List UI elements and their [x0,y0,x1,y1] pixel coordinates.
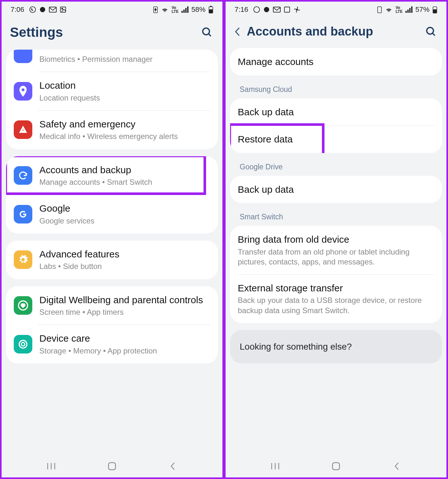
svg-rect-12 [209,10,212,13]
gallery-icon [284,6,291,13]
page-header: Accounts and backup [226,18,446,48]
svg-rect-40 [332,463,340,470]
nav-back[interactable] [163,460,182,473]
row-advanced[interactable]: Advanced features Labs • Side button [6,240,218,279]
svg-point-23 [254,7,260,12]
card-wellbeing-group: Digital Wellbeing and parental controls … [6,286,218,363]
volte-icon: VoLTE [396,6,403,13]
gallery-icon [60,6,67,13]
svg-rect-31 [409,8,411,13]
svg-rect-7 [183,10,185,13]
nav-home[interactable] [102,460,122,473]
svg-rect-34 [433,10,436,13]
gear-icon [14,250,32,269]
svg-rect-26 [284,7,290,12]
row-location[interactable]: Location Location requests [6,72,218,110]
volte-icon: VoLTE [172,6,179,13]
svg-line-14 [209,34,211,37]
section-smart-switch: Smart Switch [230,210,442,226]
phone-right: 7:16 VoLTE 57% Accounts and backup Man [224,0,448,479]
card-advanced: Advanced features Labs • Side button [6,240,218,279]
back-button[interactable] [234,26,247,37]
row-accounts-backup[interactable]: Accounts and backup Manage accounts • Sm… [6,156,218,195]
message-icon [263,6,270,13]
svg-rect-28 [378,7,381,13]
clock: 7:16 [235,5,248,14]
section-google-drive: Google Drive [230,160,442,176]
whatsapp-icon [253,6,260,13]
svg-point-35 [427,27,434,34]
svg-rect-11 [210,6,212,7]
battery-icon [432,6,437,13]
alert-icon [14,120,32,139]
device-icon [14,335,32,353]
svg-rect-32 [411,6,412,13]
nav-recents[interactable] [266,460,285,473]
row-device-care[interactable]: Device care Storage • Memory • App prote… [6,325,218,363]
row-backup-google[interactable]: Back up data [230,176,442,203]
signal-icon [181,6,188,13]
clock: 7:06 [11,5,24,14]
battery-percent: 58% [191,5,205,14]
fan-icon [293,6,300,13]
row-external-storage[interactable]: External storage transfer Back up your d… [230,274,442,323]
settings-list: Biometrics • Permission manager Location… [2,50,222,455]
row-bring-data[interactable]: Bring data from old device Transfer data… [230,226,442,274]
sync-icon [14,166,32,185]
nav-bar [226,455,446,477]
whatsapp-icon [29,6,36,13]
status-bar: 7:16 VoLTE 57% [226,2,446,18]
section-samsung-cloud: Samsung Cloud [230,83,442,98]
page-header: Settings [2,18,222,50]
svg-rect-9 [187,6,188,13]
nav-back[interactable] [387,460,406,473]
card-privacy-group: Biometrics • Permission manager Location… [6,50,218,149]
row-backup-samsung[interactable]: Back up data [230,98,442,126]
svg-rect-25 [273,7,280,12]
gmail-icon [273,7,281,12]
search-button[interactable] [201,27,214,38]
heart-circle-icon [14,296,32,315]
row-manage-accounts[interactable]: Manage accounts [230,48,442,76]
svg-rect-30 [407,10,409,13]
message-icon [39,6,46,13]
svg-rect-29 [405,11,407,13]
search-button[interactable] [425,26,438,37]
svg-point-13 [203,28,210,35]
pin-icon [14,82,32,101]
wifi-icon [161,6,169,13]
page-title: Accounts and backup [247,25,425,38]
svg-rect-22 [108,463,116,470]
phone-left: 7:06 VoLTE 58% Settings Biometrics • Per… [0,0,224,479]
row-restore-data[interactable]: Restore data [230,126,442,153]
row-google[interactable]: Google Google services [6,195,218,233]
battery-icon [208,6,213,13]
google-icon [14,205,32,223]
battery-percent: 57% [415,5,429,14]
svg-point-18 [21,342,25,346]
svg-rect-6 [181,11,183,13]
row-safety[interactable]: Safety and emergency Medical info • Wire… [6,110,218,149]
status-bar: 7:06 VoLTE 58% [2,2,222,18]
svg-rect-3 [60,7,66,12]
nav-bar [2,455,222,477]
svg-rect-2 [49,7,56,12]
row-biometrics[interactable]: Biometrics • Permission manager [6,50,218,72]
svg-point-24 [264,7,269,12]
accounts-backup-list: Manage accounts Samsung Cloud Back up da… [226,48,446,455]
svg-point-0 [30,7,36,12]
wifi-icon [385,6,393,13]
svg-point-17 [19,340,27,348]
svg-point-1 [40,7,45,12]
looking-for-something[interactable]: Looking for something else? [230,330,442,363]
card-accounts-group: Accounts and backup Manage accounts • Sm… [6,156,218,233]
svg-point-27 [296,9,298,10]
svg-rect-8 [185,8,187,13]
row-wellbeing[interactable]: Digital Wellbeing and parental controls … [6,286,218,325]
page-title: Settings [10,25,201,40]
svg-line-36 [433,33,435,36]
signal-icon [405,6,412,13]
nav-home[interactable] [326,460,346,473]
gmail-icon [49,7,57,12]
nav-recents[interactable] [42,460,61,473]
